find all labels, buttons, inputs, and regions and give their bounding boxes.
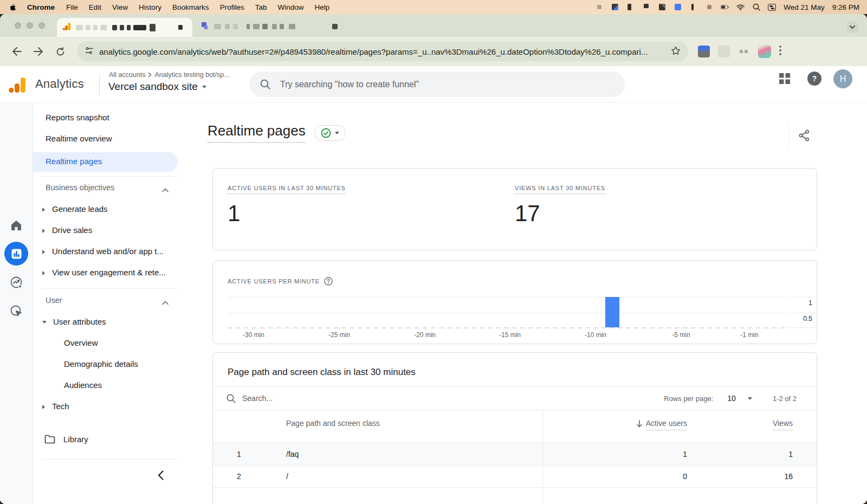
wifi-icon[interactable] <box>736 3 745 11</box>
menu-item-help[interactable]: Help <box>309 3 335 11</box>
analytics-logo[interactable] <box>9 76 27 96</box>
metric-label[interactable]: ACTIVE USERS IN LAST 30 MINUTES <box>228 185 346 194</box>
apple-menu-icon[interactable] <box>10 3 17 11</box>
chart-bar-minute-minus9[interactable] <box>605 297 619 327</box>
breadcrumb-account[interactable]: Analytics testing bot/sp... <box>154 71 229 79</box>
column-header-active-users[interactable]: Active users <box>542 410 687 443</box>
tab-analytics-active[interactable] <box>57 18 192 37</box>
nav-realtime-pages-selected[interactable]: Realtime pages <box>33 152 178 172</box>
status-app-icon[interactable] <box>705 3 713 11</box>
forward-button[interactable] <box>29 42 48 61</box>
address-bar[interactable]: analytics.google.com/analytics/web/?auth… <box>77 42 688 61</box>
menu-item-window[interactable]: Window <box>272 3 309 11</box>
menu-item-edit[interactable]: Edit <box>83 3 107 11</box>
zoom-window-button[interactable] <box>38 22 45 29</box>
menu-item-view[interactable]: View <box>107 3 133 11</box>
nav-library[interactable]: Library <box>44 435 88 444</box>
nav-reports-snapshot[interactable]: Reports snapshot <box>46 113 109 122</box>
table-search-input[interactable] <box>242 394 405 403</box>
column-header-page-path[interactable]: Page path and screen class <box>286 410 542 443</box>
nav-generate-leads[interactable]: Generate leads <box>42 204 108 214</box>
bookmark-star-icon[interactable] <box>671 46 681 57</box>
share-button[interactable] <box>797 128 812 143</box>
y-axis-label: 0.5 <box>803 315 812 322</box>
help-icon[interactable]: ? <box>807 72 821 86</box>
chrome-menu-icon[interactable] <box>779 46 781 57</box>
chevron-down-icon[interactable] <box>748 397 752 400</box>
nav-ua-demographic-details[interactable]: Demographic details <box>64 359 138 369</box>
bar-chart: -30 min -25 min -20 min -15 min -10 min … <box>228 293 818 342</box>
menu-item-file[interactable]: File <box>61 3 83 11</box>
product-name: Analytics <box>35 77 84 91</box>
collapse-section-icon[interactable] <box>162 185 169 191</box>
extension-icon[interactable] <box>698 46 710 57</box>
spotlight-search-icon[interactable] <box>752 3 760 11</box>
menubar-date[interactable]: Wed 21 May <box>784 3 825 11</box>
nav-ua-audiences[interactable]: Audiences <box>64 380 102 390</box>
property-selector[interactable]: Vercel sandbox site <box>108 81 206 93</box>
diagnostics-grid-icon[interactable] <box>779 73 791 87</box>
advertising-icon[interactable] <box>10 305 23 320</box>
status-app-icon[interactable] <box>611 3 619 11</box>
nav-user-attributes[interactable]: User attributes <box>42 317 106 326</box>
url-text[interactable]: analytics.google.com/analytics/web/?auth… <box>99 47 665 56</box>
tab-title-redacted <box>76 25 83 30</box>
reports-icon-active[interactable] <box>4 242 28 266</box>
row-page-path: /faq <box>286 450 542 458</box>
extensions-puzzle-icon[interactable] <box>738 46 750 57</box>
battery-icon[interactable] <box>721 3 729 11</box>
ga-search-bar[interactable] <box>249 72 625 97</box>
collapse-sidebar-button[interactable] <box>158 470 164 482</box>
status-app-icon[interactable] <box>626 3 635 11</box>
user-avatar[interactable]: H <box>833 69 852 88</box>
nav-tech[interactable]: Tech <box>42 402 69 411</box>
nav-view-engagement[interactable]: View user engagement & rete... <box>42 268 166 277</box>
metric-label[interactable]: VIEWS IN LAST 30 MINUTES <box>515 185 605 194</box>
nav-ua-overview[interactable]: Overview <box>64 338 98 347</box>
home-icon[interactable] <box>10 219 23 234</box>
status-app-icon[interactable] <box>642 3 650 11</box>
column-header-views[interactable]: Views <box>687 410 818 443</box>
menu-item-tab[interactable]: Tab <box>250 3 273 11</box>
control-center-icon[interactable] <box>768 3 776 11</box>
status-app-icon[interactable] <box>674 3 682 11</box>
collapse-section-icon[interactable] <box>162 298 169 304</box>
status-app-icon[interactable] <box>689 3 697 11</box>
rows-per-page-value[interactable]: 10 <box>727 394 736 403</box>
nav-section-business-objectives[interactable]: Business objectives <box>46 183 114 192</box>
folder-icon <box>44 435 55 444</box>
status-app-icon[interactable] <box>658 3 666 11</box>
menu-item-bookmarks[interactable]: Bookmarks <box>167 3 215 11</box>
menubar-time[interactable]: 9:26 PM <box>832 3 859 11</box>
help-glyph: ? <box>812 74 817 83</box>
chrome-profile-avatar[interactable] <box>758 45 771 58</box>
table-row[interactable]: 1 /faq 1 1 <box>213 443 817 466</box>
tab-background[interactable] <box>198 20 350 33</box>
status-app-icon[interactable] <box>595 3 603 11</box>
gridline <box>788 297 818 298</box>
menu-item-profiles[interactable]: Profiles <box>215 3 250 11</box>
extension-icon[interactable] <box>718 46 730 57</box>
tab2-favicon <box>201 22 209 32</box>
breadcrumb-root[interactable]: All accounts <box>109 71 145 79</box>
nav-drive-sales[interactable]: Drive sales <box>42 225 92 235</box>
table-row[interactable]: 2 / 0 16 <box>213 466 817 488</box>
reload-button[interactable] <box>51 42 69 61</box>
minimize-window-button[interactable] <box>27 22 33 29</box>
tab-search-button[interactable] <box>846 21 858 33</box>
ga-search-input[interactable] <box>280 80 584 89</box>
close-window-button[interactable] <box>15 22 21 29</box>
explore-icon[interactable] <box>10 276 23 291</box>
menu-item-history[interactable]: History <box>133 3 167 11</box>
help-circle-icon[interactable] <box>324 277 333 286</box>
site-settings-icon[interactable] <box>85 47 94 57</box>
tab-title-redacted <box>133 25 146 30</box>
property-name[interactable]: Vercel sandbox site <box>108 81 198 93</box>
breadcrumb[interactable]: All accounts Analytics testing bot/sp... <box>109 71 230 79</box>
nav-realtime-overview[interactable]: Realtime overview <box>46 134 112 143</box>
data-quality-badge[interactable] <box>314 125 346 141</box>
nav-section-user[interactable]: User <box>46 296 62 305</box>
nav-understand-traffic[interactable]: Understand web and/or app t... <box>42 247 164 256</box>
back-button[interactable] <box>8 42 26 61</box>
menu-item-chrome[interactable]: Chrome <box>21 3 61 11</box>
